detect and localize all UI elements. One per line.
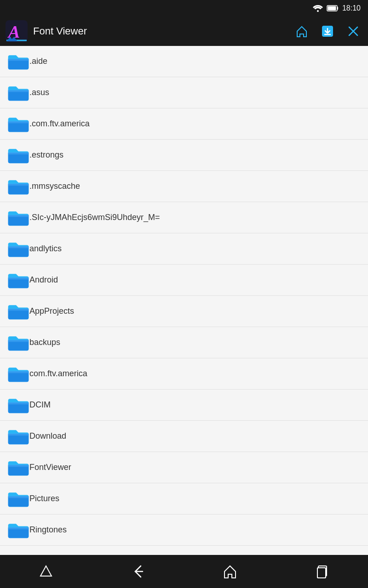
folder-icon: [7, 521, 29, 539]
folder-name: .estrongs: [29, 150, 63, 160]
folder-icon: [7, 177, 29, 196]
list-item[interactable]: .SIc-yJMAhEcjs6wmSi9Uhdeyr_M=: [0, 202, 368, 233]
folder-name: DCIM: [29, 400, 51, 410]
folder-name: .com.ftv.america: [29, 119, 90, 129]
app-logo: A: [6, 20, 28, 42]
app-bar-actions: [293, 22, 362, 40]
folder-icon: [7, 271, 29, 289]
list-item[interactable]: Download: [0, 421, 368, 452]
list-item[interactable]: Android: [0, 265, 368, 296]
folder-name: .asus: [29, 88, 49, 97]
nav-recents-button[interactable]: [308, 558, 336, 585]
file-list: .aide .asus .com.ftv.america .estrongs: [0, 46, 368, 555]
list-item[interactable]: .mmsyscache: [0, 171, 368, 202]
folder-icon: [7, 490, 29, 508]
folder-name: andlytics: [29, 244, 62, 254]
list-item[interactable]: .estrongs: [0, 140, 368, 171]
download-button[interactable]: [318, 22, 337, 40]
list-item[interactable]: com.ftv.america: [0, 358, 368, 390]
app-title: Font Viewer: [33, 25, 287, 37]
folder-name: Pictures: [29, 494, 59, 503]
folder-name: AppProjects: [29, 306, 74, 316]
folder-name: .mmsyscache: [29, 181, 80, 191]
folder-icon: [7, 427, 29, 446]
list-item[interactable]: Ringtones: [0, 514, 368, 546]
list-item[interactable]: .aide: [0, 46, 368, 77]
folder-icon: [7, 396, 29, 414]
list-item[interactable]: .asus: [0, 77, 368, 108]
list-item[interactable]: backups: [0, 327, 368, 358]
list-item[interactable]: .com.ftv.america: [0, 108, 368, 140]
folder-icon: [7, 115, 29, 133]
folder-icon: [7, 240, 29, 258]
folder-name: Android: [29, 275, 58, 285]
folder-name: .aide: [29, 57, 47, 66]
folder-icon: [7, 52, 29, 71]
bottom-nav: [0, 555, 368, 588]
svg-point-0: [317, 10, 319, 12]
folder-name: .SIc-yJMAhEcjs6wmSi9Uhdeyr_M=: [29, 213, 160, 222]
svg-marker-13: [40, 566, 52, 576]
nav-home-button[interactable]: [216, 558, 244, 585]
svg-rect-15: [317, 568, 326, 578]
close-button[interactable]: [344, 22, 362, 40]
nav-back-button[interactable]: [124, 558, 152, 585]
folder-name: Download: [29, 431, 66, 441]
folder-icon: [7, 365, 29, 383]
folder-icon: [7, 458, 29, 477]
folder-icon: [7, 302, 29, 321]
status-bar: 18:10: [0, 0, 368, 17]
nav-up-button[interactable]: [32, 558, 60, 585]
folder-name: com.ftv.america: [29, 369, 87, 379]
folder-icon: [7, 146, 29, 164]
list-item[interactable]: AppProjects: [0, 296, 368, 327]
folder-icon: [7, 84, 29, 102]
status-icons: 18:10: [313, 4, 361, 12]
folder-icon: [7, 334, 29, 352]
list-item[interactable]: DCIM: [0, 390, 368, 421]
folder-icon: [7, 209, 29, 227]
folder-name: FontViewer: [29, 463, 71, 472]
battery-icon: [327, 5, 339, 11]
status-time: 18:10: [342, 4, 361, 12]
app-bar: A Font Viewer: [0, 17, 368, 46]
folder-name: Ringtones: [29, 525, 67, 535]
home-button[interactable]: [293, 22, 311, 40]
list-item[interactable]: Pictures: [0, 483, 368, 514]
folder-name: backups: [29, 338, 60, 347]
svg-rect-2: [337, 7, 338, 10]
list-item[interactable]: ...: [0, 546, 368, 555]
list-item[interactable]: FontViewer: [0, 452, 368, 483]
svg-rect-3: [328, 6, 336, 11]
list-item[interactable]: andlytics: [0, 233, 368, 265]
wifi-icon: [313, 5, 323, 12]
